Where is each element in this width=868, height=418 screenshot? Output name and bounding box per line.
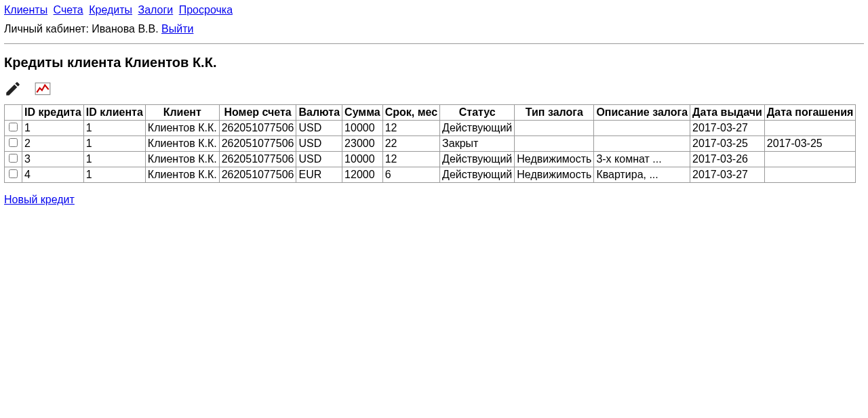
cell-pledge-type: Недвижимость <box>515 152 594 167</box>
table-row: 41Клиентов К.К.262051077506EUR120006Дейс… <box>5 167 856 183</box>
cell-status: Действующий <box>440 167 515 183</box>
credits-table: ID кредита ID клиента Клиент Номер счета… <box>4 104 856 183</box>
row-checkbox[interactable] <box>9 123 18 131</box>
cell-term: 12 <box>382 121 439 136</box>
cell-issue-date: 2017-03-26 <box>690 152 765 167</box>
cell-repay-date: 2017-03-25 <box>764 136 856 152</box>
row-checkbox[interactable] <box>9 169 18 178</box>
header-pledge-type: Тип залога <box>515 105 594 121</box>
cell-pledge-desc <box>594 136 690 152</box>
main-nav: Клиенты Счета Кредиты Залоги Просрочка <box>4 4 864 16</box>
cell-client-id: 1 <box>83 167 145 183</box>
cell-client-id: 1 <box>83 136 145 152</box>
cell-term: 6 <box>382 167 439 183</box>
cell-repay-date <box>764 152 856 167</box>
table-row: 11Клиентов К.К.262051077506USD1000012Дей… <box>5 121 856 136</box>
new-credit-link[interactable]: Новый кредит <box>4 194 75 206</box>
cell-term: 22 <box>382 136 439 152</box>
cell-issue-date: 2017-03-25 <box>690 136 765 152</box>
nav-accounts[interactable]: Счета <box>54 4 83 16</box>
header-account: Номер счета <box>219 105 296 121</box>
cell-pledge-type <box>515 121 594 136</box>
chart-button[interactable] <box>34 80 52 100</box>
cell-repay-date <box>764 121 856 136</box>
header-checkbox <box>5 105 22 121</box>
cell-pledge-desc <box>594 121 690 136</box>
header-amount: Сумма <box>342 105 383 121</box>
cell-amount: 23000 <box>342 136 383 152</box>
checkbox-cell <box>5 121 22 136</box>
cell-account: 262051077506 <box>219 121 296 136</box>
cell-client: Клиентов К.К. <box>145 152 219 167</box>
header-credit-id: ID кредита <box>22 105 84 121</box>
cell-pledge-type <box>515 136 594 152</box>
header-currency: Валюта <box>296 105 342 121</box>
cell-status: Действующий <box>440 121 515 136</box>
cell-status: Закрыт <box>440 136 515 152</box>
cell-currency: EUR <box>296 167 342 183</box>
cell-pledge-desc: 3-х комнат ... <box>594 152 690 167</box>
checkbox-cell <box>5 136 22 152</box>
cell-amount: 12000 <box>342 167 383 183</box>
cell-amount: 10000 <box>342 121 383 136</box>
logout-link[interactable]: Выйти <box>161 23 193 35</box>
nav-credits[interactable]: Кредиты <box>89 4 132 16</box>
cell-currency: USD <box>296 152 342 167</box>
cell-repay-date <box>764 167 856 183</box>
row-checkbox[interactable] <box>9 154 18 163</box>
divider <box>4 43 864 44</box>
pencil-icon <box>4 80 22 98</box>
cell-client-id: 1 <box>83 121 145 136</box>
header-status: Статус <box>440 105 515 121</box>
cell-currency: USD <box>296 121 342 136</box>
cell-pledge-type: Недвижимость <box>515 167 594 183</box>
account-user-label: Личный кабинет: Иванова В.В. <box>4 23 159 35</box>
page-title: Кредиты клиента Клиентов К.К. <box>4 55 864 70</box>
header-pledge-desc: Описание залога <box>594 105 690 121</box>
checkbox-cell <box>5 152 22 167</box>
cell-credit-id: 2 <box>22 136 84 152</box>
account-bar: Личный кабинет: Иванова В.В. Выйти <box>4 23 864 35</box>
cell-status: Действующий <box>440 152 515 167</box>
nav-pledges[interactable]: Залоги <box>138 4 174 16</box>
chart-icon <box>34 80 52 98</box>
cell-account: 262051077506 <box>219 167 296 183</box>
toolbar <box>4 80 864 100</box>
cell-issue-date: 2017-03-27 <box>690 167 765 183</box>
cell-credit-id: 3 <box>22 152 84 167</box>
row-checkbox[interactable] <box>9 138 18 147</box>
cell-pledge-desc: Квартира, ... <box>594 167 690 183</box>
cell-issue-date: 2017-03-27 <box>690 121 765 136</box>
header-term: Срок, мес <box>382 105 439 121</box>
cell-account: 262051077506 <box>219 152 296 167</box>
cell-client-id: 1 <box>83 152 145 167</box>
nav-clients[interactable]: Клиенты <box>4 4 47 16</box>
cell-account: 262051077506 <box>219 136 296 152</box>
table-row: 31Клиентов К.К.262051077506USD1000012Дей… <box>5 152 856 167</box>
cell-client: Клиентов К.К. <box>145 136 219 152</box>
cell-amount: 10000 <box>342 152 383 167</box>
table-row: 21Клиентов К.К.262051077506USD2300022Зак… <box>5 136 856 152</box>
checkbox-cell <box>5 167 22 183</box>
cell-client: Клиентов К.К. <box>145 121 219 136</box>
header-client-id: ID клиента <box>83 105 145 121</box>
cell-credit-id: 4 <box>22 167 84 183</box>
header-repay-date: Дата погашения <box>764 105 856 121</box>
header-issue-date: Дата выдачи <box>690 105 765 121</box>
table-header-row: ID кредита ID клиента Клиент Номер счета… <box>5 105 856 121</box>
cell-credit-id: 1 <box>22 121 84 136</box>
nav-overdue[interactable]: Просрочка <box>179 4 233 16</box>
cell-term: 12 <box>382 152 439 167</box>
header-client: Клиент <box>145 105 219 121</box>
edit-button[interactable] <box>4 80 22 100</box>
cell-currency: USD <box>296 136 342 152</box>
cell-client: Клиентов К.К. <box>145 167 219 183</box>
